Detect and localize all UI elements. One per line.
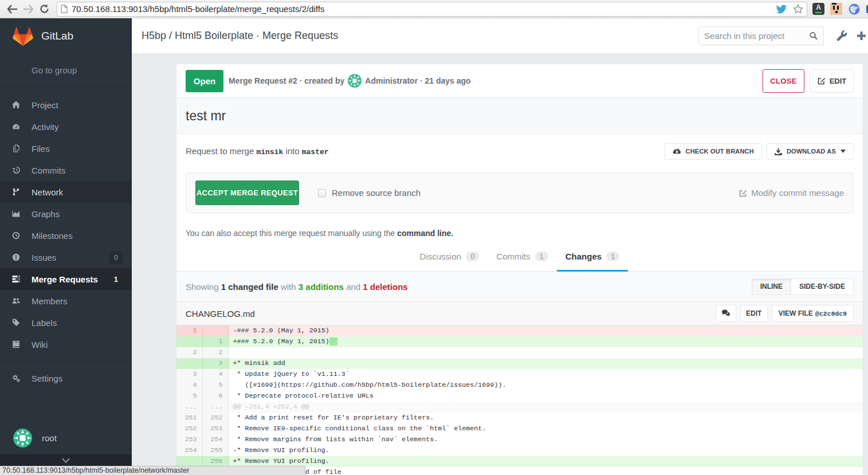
sidebar-item-label: Settings [32,374,123,383]
toggle-comments-button[interactable] [716,305,736,322]
sidebar-item-commits[interactable]: Commits [0,159,132,181]
new-line-number[interactable]: 254 [202,434,228,445]
address-bar[interactable]: 70.50.168.113:9013/h5bp/html5-boilerplat… [57,2,807,17]
old-line-number[interactable]: 5 [176,391,202,402]
new-line-number[interactable]: 252 [202,413,228,423]
sidebar-item-label: Labels [32,318,123,328]
forward-button[interactable] [20,1,36,17]
old-line-number[interactable]: 254 [176,445,202,456]
diff-row: 34 * Update jQuery to `v1.11.3` [176,369,863,380]
close-mr-button[interactable]: CLOSE [763,69,804,93]
diff-row: 251252 * Add a print reset for IE's prop… [176,413,863,423]
extension-globe-icon[interactable] [848,3,861,15]
old-line-number[interactable]: 2 [176,347,202,358]
edit-file-button[interactable]: EDIT [740,305,768,322]
accept-merge-request-button[interactable]: ACCEPT MERGE REQUEST [195,180,299,205]
old-line-number[interactable]: 251 [176,413,202,423]
sidebar-item-graphs[interactable]: Graphs [0,203,132,225]
mr-title-block: test mr [176,98,863,134]
chevron-down-icon [61,458,70,464]
search-input[interactable] [704,31,810,41]
sidebar-item-settings[interactable]: Settings [0,367,132,389]
tab-changes[interactable]: Changes1 [557,246,629,272]
diff-line-code: * Remove IE9-specific conditional class … [228,423,863,434]
dashboard-icon [0,123,32,131]
old-line-number[interactable]: ... [176,402,202,413]
remove-source-branch-label[interactable]: Remove source branch [332,188,421,198]
author-avatar[interactable] [348,74,362,88]
sidebar-item-labels[interactable]: Labels [0,312,132,333]
area-chart-icon [0,210,32,218]
new-line-number[interactable]: 3 [202,358,228,369]
view-file-button[interactable]: VIEW FILE @c2c8dc9 [772,305,854,322]
pencil-square-icon [739,189,747,197]
back-arrow-icon [7,5,18,14]
diff-stats-text: Showing 1 changed file with 3 additions … [186,282,752,292]
sidebar-item-merge-requests[interactable]: Merge Requests1 [0,268,132,290]
edit-mr-button[interactable]: EDIT [810,69,854,93]
sidebar-item-label: Members [32,296,123,306]
new-project-button[interactable] [857,31,866,41]
sidebar-item-label: Activity [32,122,123,132]
old-line-number[interactable]: 253 [176,434,202,445]
extension-face-icon[interactable] [830,3,842,15]
old-line-number[interactable]: 1 [176,325,202,336]
tab-commits[interactable]: Commits1 [488,246,556,272]
new-line-number[interactable]: 2 [202,347,228,358]
bookmark-star-icon[interactable] [793,4,803,14]
sidebar-user-row[interactable]: root [0,420,132,456]
target-branch[interactable]: master [302,148,329,156]
sidebar-item-project[interactable]: Project [0,94,132,116]
new-line-number[interactable]: ... [202,402,228,413]
command-line-link[interactable]: command line. [397,229,453,238]
diff-row: ......@@ -251,4 +252,4 @@ [176,402,863,413]
diff-line-code: +* Remove YUI profiling. [228,456,863,467]
gitlab-logo-row[interactable]: GitLab [0,18,132,54]
checkout-branch-button[interactable]: CHECK OUT BRANCH [665,143,762,160]
remove-source-branch-checkbox[interactable] [318,189,326,197]
old-line-number[interactable]: 4 [176,380,202,391]
stats-files: 1 changed file [221,282,278,292]
sidebar-item-members[interactable]: Members [0,290,132,312]
sidebar-item-label: Commits [32,166,123,175]
tab-discussion[interactable]: Discussion0 [411,246,488,272]
sidebar-item-files[interactable]: Files [0,138,132,159]
sidebar-item-network[interactable]: Network [0,181,132,203]
new-line-number[interactable]: 253 [202,423,228,434]
download-as-button[interactable]: DOWNLOAD AS [767,143,854,160]
twitter-icon[interactable] [776,5,787,14]
page-icon [61,5,68,13]
new-line-number[interactable]: 5 [202,380,228,391]
modify-commit-message-link[interactable]: Modify commit message [739,188,844,198]
sidebar-item-activity[interactable]: Activity [0,116,132,138]
new-line-number[interactable]: 6 [202,391,228,402]
sidebar-item-issues[interactable]: Issues0 [0,246,132,268]
new-line-number[interactable]: 255 [202,445,228,456]
old-line-number[interactable]: 3 [176,369,202,380]
old-line-number[interactable] [176,336,202,347]
new-line-number[interactable]: 4 [202,369,228,380]
new-line-number[interactable] [202,325,228,336]
back-button[interactable] [4,1,20,17]
inline-view-button[interactable]: INLINE [752,278,791,295]
view-file-sha: @c2c8dc9 [815,310,847,317]
source-branch[interactable]: minsik [256,148,283,156]
search-box[interactable] [698,26,824,45]
new-line-number[interactable]: 1 [202,336,228,347]
sidebar-item-milestones[interactable]: Milestones [0,225,132,246]
reload-button[interactable] [36,1,52,17]
side-by-side-view-button[interactable]: SIDE-BY-SIDE [791,278,854,295]
old-line-number[interactable] [176,358,202,369]
sidebar-item-label: Project [32,100,123,110]
diff-row: 3+* minsik add [176,358,863,369]
stats-additions: 3 additions [299,282,344,292]
sidebar-item-wiki[interactable]: Wiki [0,333,132,355]
old-line-number[interactable]: 252 [176,423,202,434]
extension-a-icon[interactable]: A [812,3,824,15]
go-to-group-link[interactable]: Go to group [0,54,132,87]
sidebar-item-label: Graphs [32,209,123,219]
clock-icon [0,231,32,240]
admin-wrench-button[interactable] [836,30,847,41]
diff-line-code: @@ -251,4 +252,4 @@ [228,402,863,413]
cloud-download-icon [673,148,681,155]
